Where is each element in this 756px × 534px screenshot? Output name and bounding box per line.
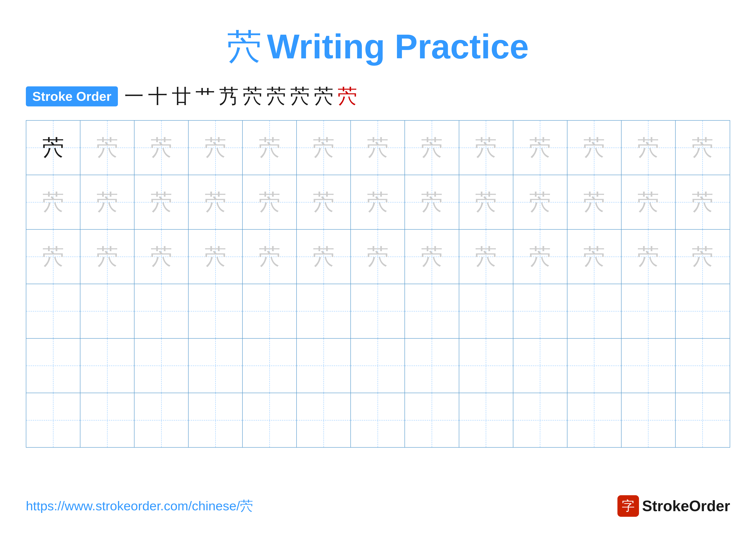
grid-cell-2-3[interactable]: 茓: [134, 175, 189, 229]
char-light: 茓: [529, 191, 551, 213]
grid-cell-5-2[interactable]: [80, 339, 134, 393]
char-light: 茓: [692, 246, 713, 267]
char-light: 茓: [367, 246, 389, 267]
grid-cell-4-9[interactable]: [459, 284, 513, 338]
page: 茓 Writing Practice Stroke Order 一 十 廿 艹 …: [0, 0, 756, 534]
char-light: 茓: [42, 246, 64, 267]
grid-cell-5-10[interactable]: [513, 339, 567, 393]
char-light: 茓: [475, 191, 497, 213]
grid-cell-2-9[interactable]: 茓: [459, 175, 513, 229]
grid-cell-1-1[interactable]: 茓: [26, 121, 80, 175]
grid-cell-3-3[interactable]: 茓: [134, 230, 189, 284]
grid-cell-5-3[interactable]: [134, 339, 189, 393]
footer-url[interactable]: https://www.strokeorder.com/chinese/茓: [26, 497, 253, 515]
grid-cell-3-2[interactable]: 茓: [80, 230, 134, 284]
char-light: 茓: [259, 191, 281, 213]
grid-cell-1-11[interactable]: 茓: [567, 121, 622, 175]
grid-cell-4-2[interactable]: [80, 284, 134, 338]
grid-row-1: 茓 茓 茓 茓 茓 茓 茓 茓 茓 茓 茓 茓 茓: [26, 121, 730, 175]
grid-cell-1-7[interactable]: 茓: [351, 121, 405, 175]
char-light: 茓: [637, 191, 659, 213]
grid-cell-2-1[interactable]: 茓: [26, 175, 80, 229]
grid-cell-1-10[interactable]: 茓: [513, 121, 567, 175]
char-light: 茓: [421, 191, 443, 213]
grid-cell-3-5[interactable]: 茓: [243, 230, 297, 284]
grid-cell-5-7[interactable]: [351, 339, 405, 393]
grid-cell-4-10[interactable]: [513, 284, 567, 338]
grid-cell-3-13[interactable]: 茓: [676, 230, 730, 284]
grid-cell-4-11[interactable]: [567, 284, 622, 338]
grid-cell-6-2[interactable]: [80, 393, 134, 447]
grid-cell-2-6[interactable]: 茓: [297, 175, 351, 229]
char-light: 茓: [313, 137, 335, 159]
grid-cell-3-8[interactable]: 茓: [405, 230, 459, 284]
grid-cell-4-3[interactable]: [134, 284, 189, 338]
grid-cell-1-13[interactable]: 茓: [676, 121, 730, 175]
grid-cell-6-12[interactable]: [622, 393, 676, 447]
grid-cell-3-6[interactable]: 茓: [297, 230, 351, 284]
char-light: 茓: [529, 246, 551, 267]
grid-cell-2-4[interactable]: 茓: [189, 175, 243, 229]
char-light: 茓: [96, 137, 118, 159]
char-light: 茓: [367, 137, 389, 159]
grid-cell-1-4[interactable]: 茓: [189, 121, 243, 175]
grid-cell-6-8[interactable]: [405, 393, 459, 447]
grid-cell-2-8[interactable]: 茓: [405, 175, 459, 229]
stroke-sequence: 一 十 廿 艹 艿 茓 茓 茓 茓 茓: [124, 83, 357, 110]
grid-cell-4-4[interactable]: [189, 284, 243, 338]
grid-cell-5-6[interactable]: [297, 339, 351, 393]
grid-cell-5-5[interactable]: [243, 339, 297, 393]
grid-cell-5-12[interactable]: [622, 339, 676, 393]
grid-cell-1-2[interactable]: 茓: [80, 121, 134, 175]
stroke-step-7: 茓: [267, 83, 286, 110]
grid-cell-1-6[interactable]: 茓: [297, 121, 351, 175]
grid-cell-4-1[interactable]: [26, 284, 80, 338]
grid-cell-1-9[interactable]: 茓: [459, 121, 513, 175]
grid-cell-5-8[interactable]: [405, 339, 459, 393]
stroke-step-6: 茓: [243, 83, 262, 110]
grid-cell-4-6[interactable]: [297, 284, 351, 338]
grid-cell-2-11[interactable]: 茓: [567, 175, 622, 229]
grid-cell-3-10[interactable]: 茓: [513, 230, 567, 284]
grid-cell-6-5[interactable]: [243, 393, 297, 447]
grid-cell-5-4[interactable]: [189, 339, 243, 393]
grid-cell-2-7[interactable]: 茓: [351, 175, 405, 229]
grid-cell-6-3[interactable]: [134, 393, 189, 447]
grid-cell-2-13[interactable]: 茓: [676, 175, 730, 229]
grid-cell-5-11[interactable]: [567, 339, 622, 393]
grid-cell-5-9[interactable]: [459, 339, 513, 393]
grid-cell-1-5[interactable]: 茓: [243, 121, 297, 175]
grid-cell-1-8[interactable]: 茓: [405, 121, 459, 175]
grid-cell-6-9[interactable]: [459, 393, 513, 447]
grid-cell-2-2[interactable]: 茓: [80, 175, 134, 229]
grid-cell-6-6[interactable]: [297, 393, 351, 447]
grid-cell-4-13[interactable]: [676, 284, 730, 338]
grid-cell-6-10[interactable]: [513, 393, 567, 447]
grid-cell-3-11[interactable]: 茓: [567, 230, 622, 284]
grid-cell-3-4[interactable]: 茓: [189, 230, 243, 284]
grid-cell-3-7[interactable]: 茓: [351, 230, 405, 284]
grid-cell-5-1[interactable]: [26, 339, 80, 393]
grid-cell-6-13[interactable]: [676, 393, 730, 447]
grid-cell-1-12[interactable]: 茓: [622, 121, 676, 175]
grid-cell-4-7[interactable]: [351, 284, 405, 338]
grid-cell-3-12[interactable]: 茓: [622, 230, 676, 284]
grid-cell-5-13[interactable]: [676, 339, 730, 393]
grid-cell-2-12[interactable]: 茓: [622, 175, 676, 229]
grid-cell-6-7[interactable]: [351, 393, 405, 447]
grid-cell-6-1[interactable]: [26, 393, 80, 447]
stroke-step-9: 茓: [314, 83, 334, 110]
char-light: 茓: [42, 191, 64, 213]
char-light: 茓: [150, 137, 172, 159]
grid-cell-3-9[interactable]: 茓: [459, 230, 513, 284]
grid-cell-4-5[interactable]: [243, 284, 297, 338]
grid-row-3: 茓 茓 茓 茓 茓 茓 茓 茓 茓 茓 茓 茓 茓: [26, 230, 730, 284]
grid-cell-4-12[interactable]: [622, 284, 676, 338]
grid-cell-2-10[interactable]: 茓: [513, 175, 567, 229]
grid-cell-6-4[interactable]: [189, 393, 243, 447]
grid-cell-1-3[interactable]: 茓: [134, 121, 189, 175]
grid-cell-3-1[interactable]: 茓: [26, 230, 80, 284]
grid-cell-4-8[interactable]: [405, 284, 459, 338]
grid-cell-6-11[interactable]: [567, 393, 622, 447]
grid-cell-2-5[interactable]: 茓: [243, 175, 297, 229]
